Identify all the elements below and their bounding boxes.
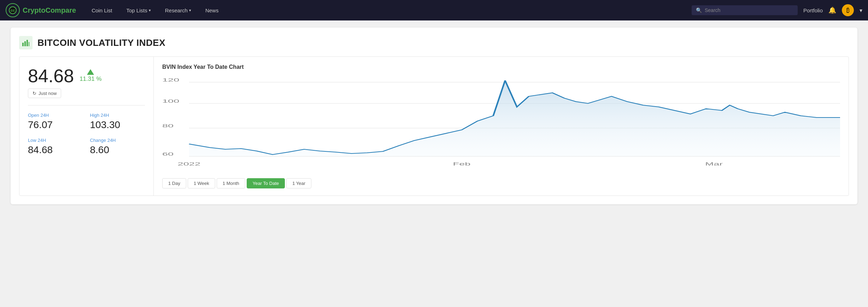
search-icon: 🔍 <box>696 7 702 13</box>
logo-icon: cc <box>6 3 20 17</box>
price-change: 11.31 % <box>80 69 101 83</box>
svg-text:Mar: Mar <box>705 161 723 166</box>
navbar: cc CryptoCompare Coin List Top Lists ▾ R… <box>0 0 868 20</box>
avatar-dropdown-icon[interactable]: ▾ <box>860 7 862 14</box>
svg-text:80: 80 <box>162 123 174 128</box>
change-pct: 11.31 % <box>80 76 101 83</box>
refresh-row: ↻ Just now <box>28 89 145 98</box>
stat-open: Open 24H 76.07 <box>28 113 83 131</box>
left-panel: 84.68 11.31 % ↻ Just now Open 24H <box>19 57 154 195</box>
high-value: 103.30 <box>90 119 145 131</box>
svg-text:60: 60 <box>162 151 174 156</box>
search-bar[interactable]: 🔍 <box>692 5 798 15</box>
right-panel: BVIN Index Year To Date Chart 120 100 80… <box>154 57 849 195</box>
content-row: 84.68 11.31 % ↻ Just now Open 24H <box>19 56 849 196</box>
svg-text:120: 120 <box>162 77 179 82</box>
main-card: BITCOIN VOLATILITY INDEX 84.68 11.31 % ↻… <box>11 28 857 204</box>
nav-coinlist[interactable]: Coin List <box>84 0 119 20</box>
btn-1year[interactable]: 1 Year <box>286 178 311 188</box>
svg-rect-2 <box>22 43 24 46</box>
svg-text:Feb: Feb <box>453 161 471 166</box>
stat-high: High 24H 103.30 <box>90 113 145 131</box>
svg-text:100: 100 <box>162 98 179 103</box>
nav-links: Coin List Top Lists ▾ Research ▾ News <box>84 0 686 20</box>
search-input[interactable] <box>705 7 793 13</box>
up-arrow-icon <box>87 69 94 75</box>
toplists-dropdown-icon: ▾ <box>149 8 151 13</box>
open-label: Open 24H <box>28 113 83 118</box>
stat-change: Change 24H 8.60 <box>90 138 145 156</box>
change-value: 8.60 <box>90 144 145 156</box>
page-title: BITCOIN VOLATILITY INDEX <box>37 37 165 48</box>
svg-text:cc: cc <box>11 8 15 12</box>
btn-1day[interactable]: 1 Day <box>162 178 186 188</box>
portfolio-link[interactable]: Portfolio <box>803 7 823 13</box>
nav-right: Portfolio 🔔 ₿ ▾ <box>803 4 862 16</box>
time-buttons: 1 Day 1 Week 1 Month Year To Date 1 Year <box>162 178 840 188</box>
btn-1month[interactable]: 1 Month <box>217 178 245 188</box>
stats-grid: Open 24H 76.07 High 24H 103.30 Low 24H 8… <box>28 113 145 156</box>
svg-rect-5 <box>29 42 29 46</box>
open-value: 76.07 <box>28 119 83 131</box>
low-value: 84.68 <box>28 144 83 156</box>
btn-1week[interactable]: 1 Week <box>188 178 215 188</box>
btn-yeartodate[interactable]: Year To Date <box>247 178 285 188</box>
logo-text: CryptoCompare <box>23 6 76 14</box>
chart-area: 120 100 80 60 <box>162 75 840 174</box>
stat-low: Low 24H 84.68 <box>28 138 83 156</box>
change-label: Change 24H <box>90 138 145 143</box>
chart-svg: 120 100 80 60 <box>162 75 840 174</box>
card-title-row: BITCOIN VOLATILITY INDEX <box>19 36 849 49</box>
research-dropdown-icon: ▾ <box>189 8 191 13</box>
refresh-icon: ↻ <box>33 91 36 96</box>
page-content: BITCOIN VOLATILITY INDEX 84.68 11.31 % ↻… <box>0 20 868 211</box>
svg-rect-4 <box>27 40 28 46</box>
logo[interactable]: cc CryptoCompare <box>6 3 76 17</box>
refresh-button[interactable]: ↻ Just now <box>28 89 61 98</box>
price-row: 84.68 11.31 % <box>28 65 145 86</box>
svg-text:2022: 2022 <box>178 161 200 166</box>
nav-research[interactable]: Research ▾ <box>158 0 198 20</box>
price-value: 84.68 <box>28 65 74 86</box>
chart-area-fill <box>189 80 840 156</box>
svg-rect-3 <box>24 41 26 46</box>
low-label: Low 24H <box>28 138 83 143</box>
refresh-label: Just now <box>39 91 57 96</box>
high-label: High 24H <box>90 113 145 118</box>
barchart-icon <box>19 36 33 49</box>
nav-news[interactable]: News <box>198 0 226 20</box>
stats-divider <box>28 105 145 106</box>
bell-icon[interactable]: 🔔 <box>828 6 836 14</box>
nav-toplists[interactable]: Top Lists ▾ <box>119 0 158 20</box>
chart-title: BVIN Index Year To Date Chart <box>162 64 840 70</box>
avatar[interactable]: ₿ <box>842 4 854 16</box>
